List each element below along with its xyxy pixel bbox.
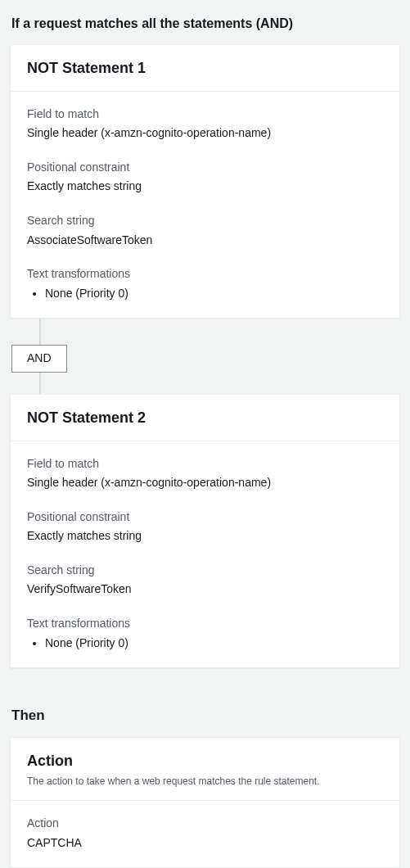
action-title: Action (27, 751, 383, 771)
search-string: Search string AssociateSoftwareToken (27, 213, 383, 248)
action-subtitle: The action to take when a web request ma… (27, 775, 383, 789)
statement-2-header: NOT Statement 2 (11, 395, 399, 441)
transform-list: None (Priority 0) (27, 635, 383, 652)
then-heading: Then (11, 706, 400, 726)
field-label: Positional constraint (27, 160, 383, 176)
field-label: Field to match (27, 106, 383, 123)
connector-label: AND (11, 345, 67, 373)
statement-1-title: NOT Statement 1 (27, 58, 383, 79)
field-label: Field to match (27, 456, 383, 472)
field-label: Text transformations (27, 616, 383, 632)
field-value: Exactly matches string (27, 528, 383, 545)
field-to-match: Field to match Single header (x-amzn-cog… (27, 106, 383, 142)
field-label: Positional constraint (27, 509, 383, 526)
statement-2-body: Field to match Single header (x-amzn-cog… (11, 441, 399, 668)
transform-list: None (Priority 0) (27, 286, 383, 302)
statement-card-1: NOT Statement 1 Field to match Single he… (10, 44, 400, 319)
field-label: Action (27, 816, 383, 832)
field-value: AssociateSoftwareToken (27, 233, 383, 249)
positional-constraint: Positional constraint Exactly matches st… (27, 509, 383, 545)
text-transformations: Text transformations None (Priority 0) (27, 616, 383, 651)
field-value: Single header (x-amzn-cognito-operation-… (27, 125, 383, 142)
transform-item: None (Priority 0) (45, 286, 383, 302)
field-value: Single header (x-amzn-cognito-operation-… (27, 475, 383, 491)
action-header: Action The action to take when a web req… (11, 738, 399, 801)
text-transformations: Text transformations None (Priority 0) (27, 266, 383, 301)
field-to-match: Field to match Single header (x-amzn-cog… (27, 456, 383, 491)
field-label: Text transformations (27, 266, 383, 283)
search-string: Search string VerifySoftwareToken (27, 563, 383, 598)
action-body: Action CAPTCHA (11, 801, 399, 867)
statement-1-body: Field to match Single header (x-amzn-cog… (11, 92, 399, 319)
action-card: Action The action to take when a web req… (10, 737, 400, 868)
positional-constraint: Positional constraint Exactly matches st… (27, 160, 383, 195)
field-value: VerifySoftwareToken (27, 581, 383, 598)
field-value: Exactly matches string (27, 179, 383, 195)
field-value: CAPTCHA (27, 835, 383, 852)
statement-connector: AND (10, 319, 400, 394)
statement-card-2: NOT Statement 2 Field to match Single he… (10, 394, 400, 668)
statement-2-title: NOT Statement 2 (27, 408, 383, 428)
field-label: Search string (27, 563, 383, 579)
condition-heading: If a request matches all the statements … (11, 15, 400, 33)
action-field: Action CAPTCHA (27, 816, 383, 851)
transform-item: None (Priority 0) (45, 635, 383, 652)
field-label: Search string (27, 213, 383, 229)
statement-1-header: NOT Statement 1 (11, 45, 399, 91)
